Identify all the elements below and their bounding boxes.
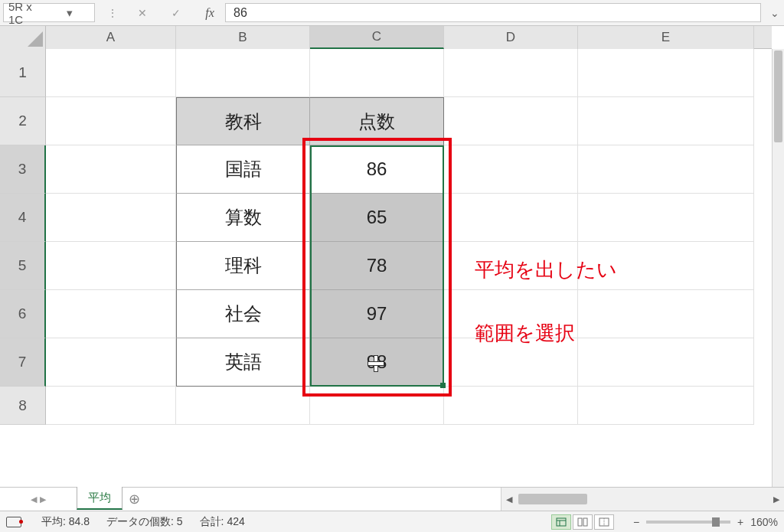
enter-icon[interactable]: ✓ — [165, 3, 187, 23]
cell-A5[interactable] — [46, 242, 176, 290]
cell-A8[interactable] — [46, 387, 176, 425]
column-headers: A B C D E — [0, 26, 772, 49]
avg-label: 平均: — [41, 515, 66, 527]
row-2: 2 教科 点数 — [0, 97, 772, 145]
cell-A3[interactable] — [46, 145, 176, 194]
formula-input[interactable]: 86 — [225, 3, 761, 22]
cell-B3[interactable]: 国語 — [176, 145, 310, 194]
zoom-value[interactable]: 160% — [750, 516, 778, 528]
tab-nav-arrows[interactable]: ◀ ▶ — [0, 488, 77, 511]
row-header-7[interactable]: 7 — [0, 338, 46, 387]
cell-C4[interactable]: 65 — [310, 194, 444, 242]
count-value: 5 — [177, 515, 183, 527]
view-page-layout-button[interactable] — [573, 514, 593, 530]
horizontal-scrollbar[interactable]: ◀ ▶ — [501, 488, 784, 511]
formula-bar: 5R x 1C ▾ ⋮ ✕ ✓ fx 86 ⌄ — [0, 0, 784, 26]
row-6: 6 社会 97 — [0, 290, 772, 338]
select-all-triangle[interactable] — [0, 26, 46, 49]
rows-container: 1 2 教科 点数 3 国語 86 — [0, 49, 772, 487]
row-header-1[interactable]: 1 — [0, 49, 46, 97]
cell-C5[interactable]: 78 — [310, 242, 444, 290]
cell-C2[interactable]: 点数 — [310, 97, 444, 145]
row-8: 8 — [0, 387, 772, 425]
row-header-2[interactable]: 2 — [0, 97, 46, 145]
fx-icon[interactable]: fx — [199, 3, 220, 23]
cell-A7[interactable] — [46, 338, 176, 387]
col-header-A[interactable]: A — [46, 26, 176, 49]
cell-A1[interactable] — [46, 49, 176, 97]
cell-A6[interactable] — [46, 290, 176, 338]
macro-record-icon[interactable] — [6, 517, 21, 527]
cell-A2[interactable] — [46, 97, 176, 145]
cell-C1[interactable] — [310, 49, 444, 97]
tabs-spacer — [145, 488, 501, 511]
cell-A4[interactable] — [46, 194, 176, 242]
hscroll-right-icon[interactable]: ▶ — [769, 494, 784, 504]
svg-rect-4 — [583, 518, 587, 526]
cell-D1[interactable] — [444, 49, 578, 97]
vertical-scrollbar[interactable] — [772, 49, 784, 487]
expand-formula-icon[interactable]: ⌄ — [766, 0, 784, 25]
cell-E1[interactable] — [578, 49, 754, 97]
hscroll-track[interactable] — [517, 494, 769, 504]
row-7: 7 英語 98 — [0, 338, 772, 387]
cell-E2[interactable] — [578, 97, 754, 145]
zoom-out-button[interactable]: − — [631, 516, 642, 528]
name-box-value: 5R x 1C — [8, 0, 49, 26]
spreadsheet-grid[interactable]: A B C D E 1 2 教科 点数 — [0, 26, 784, 487]
zoom-in-button[interactable]: + — [735, 516, 746, 528]
row-1: 1 — [0, 49, 772, 97]
view-buttons — [551, 514, 614, 530]
avg-value: 84.8 — [69, 515, 90, 527]
sheet-tab-active[interactable]: 平均 — [77, 487, 122, 510]
status-average: 平均: 84.8 — [41, 515, 90, 529]
col-header-C[interactable]: C — [310, 26, 444, 49]
view-normal-button[interactable] — [551, 514, 571, 530]
sum-label: 合計: — [200, 515, 224, 527]
cell-C7[interactable]: 98 — [310, 338, 444, 387]
cell-D8[interactable] — [444, 387, 578, 425]
cell-B8[interactable] — [176, 387, 310, 425]
cell-B1[interactable] — [176, 49, 310, 97]
status-count: データの個数: 5 — [106, 515, 183, 529]
view-page-break-button[interactable] — [594, 514, 614, 530]
cell-B5[interactable]: 理科 — [176, 242, 310, 290]
zoom-slider[interactable] — [646, 521, 730, 524]
row-header-8[interactable]: 8 — [0, 387, 46, 425]
vscroll-thumb[interactable] — [774, 51, 782, 142]
cell-C3[interactable]: 86 — [310, 145, 444, 194]
col-header-E[interactable]: E — [578, 26, 754, 49]
tab-next-icon[interactable]: ▶ — [40, 494, 46, 504]
cell-B4[interactable]: 算数 — [176, 194, 310, 242]
zoom-knob[interactable] — [712, 517, 720, 527]
cancel-icon[interactable]: ✕ — [132, 3, 153, 23]
row-header-4[interactable]: 4 — [0, 194, 46, 242]
cell-B2[interactable]: 教科 — [176, 97, 310, 145]
annotation-text: 平均を出したい 範囲を選択 — [475, 222, 617, 349]
col-header-D[interactable]: D — [444, 26, 578, 49]
tab-prev-icon[interactable]: ◀ — [31, 494, 37, 504]
hscroll-thumb[interactable] — [518, 494, 587, 504]
cell-D3[interactable] — [444, 145, 578, 194]
cell-C6[interactable]: 97 — [310, 290, 444, 338]
formula-text: 86 — [234, 6, 247, 20]
row-header-6[interactable]: 6 — [0, 290, 46, 338]
row-4: 4 算数 65 — [0, 194, 772, 242]
cell-B6[interactable]: 社会 — [176, 290, 310, 338]
sum-value: 424 — [227, 515, 244, 527]
new-sheet-button[interactable]: ⊕ — [122, 488, 145, 511]
cell-C8[interactable] — [310, 387, 444, 425]
dropdown-icon[interactable]: ▾ — [49, 6, 90, 20]
cell-D2[interactable] — [444, 97, 578, 145]
cell-E3[interactable] — [578, 145, 754, 194]
hscroll-left-icon[interactable]: ◀ — [501, 494, 517, 504]
col-header-B[interactable]: B — [176, 26, 310, 49]
zoom-control: − + 160% — [631, 516, 778, 528]
row-header-5[interactable]: 5 — [0, 242, 46, 290]
cell-E8[interactable] — [578, 387, 754, 425]
more-icon[interactable]: ⋮ — [106, 3, 119, 23]
count-label: データの個数: — [106, 515, 174, 527]
row-header-3[interactable]: 3 — [0, 145, 46, 194]
name-box[interactable]: 5R x 1C ▾ — [3, 3, 95, 22]
cell-B7[interactable]: 英語 — [176, 338, 310, 387]
